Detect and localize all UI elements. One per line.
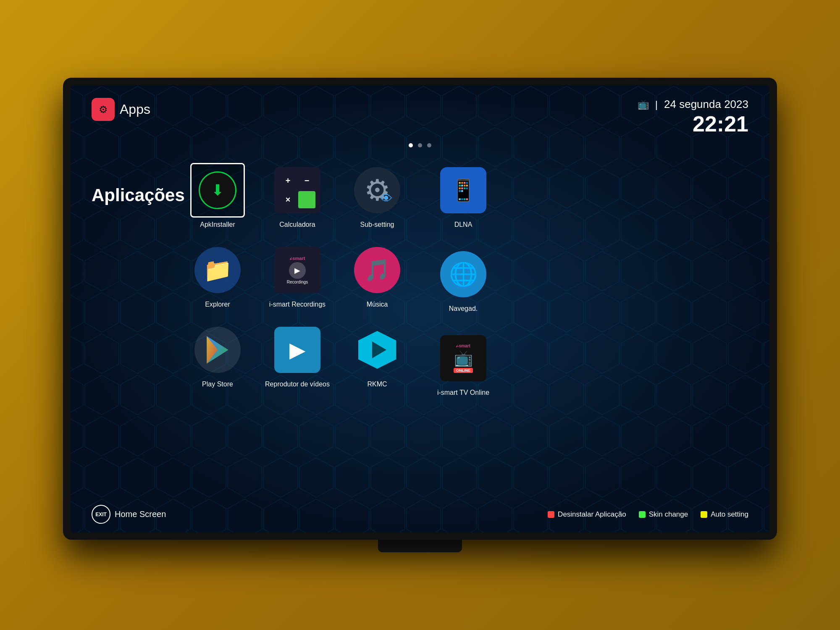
tv-status-icon: 📺 [638, 99, 649, 110]
musica-icon-wrapper: 🎵 [350, 243, 404, 297]
playstore-svg-icon [203, 335, 232, 365]
app-playstore[interactable]: Play Store [184, 320, 251, 391]
playstore-icon [194, 327, 241, 373]
page-dots [92, 143, 748, 147]
navegad-label: Navegad. [449, 305, 478, 312]
tv-content: ⚙ Apps 📺 | 24 segunda 2023 22:21 [71, 85, 769, 532]
apkinstaller-arrow-icon: ⬇ [211, 181, 224, 199]
subsetting-icon-wrapper: ⚙ 👁 [350, 163, 404, 218]
video-reprodutor-icon-wrapper: ▶ [270, 323, 325, 377]
rkmc-icon-wrapper [350, 323, 404, 377]
rkmc-label: RKMC [367, 381, 387, 388]
calc-plus: + [279, 172, 297, 189]
subsetting-icon: ⚙ 👁 [354, 167, 400, 213]
app-explorer[interactable]: 📁 Explorer [184, 240, 251, 311]
home-screen-label: Home Screen [115, 509, 166, 519]
apkinstaller-icon-wrapper: ⬇ [190, 163, 245, 218]
ismart-tv-online-label: i-smart TV Online [437, 389, 489, 396]
explorer-icon-wrapper: 📁 [190, 243, 245, 297]
explorer-icon: 📁 [194, 247, 241, 293]
legend-auto-label: Auto setting [711, 510, 748, 519]
app-subsetting[interactable]: ⚙ 👁 Sub-setting [344, 160, 411, 231]
legend-skin-label: Skin change [649, 510, 688, 519]
rkmc-icon [354, 327, 400, 373]
video-play-icon: ▶ [289, 338, 305, 362]
section-title: Aplicações [92, 160, 167, 399]
apkinstaller-icon: ⬇ [199, 171, 236, 209]
ismart-recordings-icon-wrapper: 𝒾-smart ▶ Recordings [270, 243, 325, 297]
playstore-icon-wrapper [190, 323, 245, 377]
tv-frame: ⚙ Apps 📺 | 24 segunda 2023 22:21 [63, 78, 777, 540]
dlna-label: DLNA [454, 221, 472, 228]
apps-badge: ⚙ Apps [92, 98, 150, 121]
app-musica[interactable]: 🎵 Música [344, 240, 411, 311]
musica-label: Música [367, 301, 388, 308]
dot-1 [409, 143, 413, 147]
legend-auto: Auto setting [701, 510, 748, 519]
apps-label: Apps [120, 102, 150, 117]
dot-3 [427, 143, 431, 147]
tv-screen-icon: 📺 [454, 349, 473, 367]
video-reprodutor-icon: ▶ [274, 327, 320, 373]
legend-desinstalar-label: Desinstalar Aplicação [558, 510, 626, 519]
globe-icon: 🌐 [449, 261, 478, 288]
navegad-icon-wrapper: 🌐 [436, 247, 491, 302]
dlna-screen-icon: 📱 [450, 178, 476, 202]
app-dlna[interactable]: 📱 DLNA [428, 160, 499, 231]
tv-screen: ⚙ Apps 📺 | 24 segunda 2023 22:21 [71, 85, 769, 532]
calculadora-icon: + − × [274, 167, 320, 213]
music-note-icon: 🎵 [364, 258, 390, 282]
musica-icon: 🎵 [354, 247, 400, 293]
app-ismart-recordings[interactable]: 𝒾-smart ▶ Recordings i-smart Recordings [264, 240, 331, 311]
legend-skin: Skin change [639, 510, 688, 519]
ismart-recordings-label: i-smart Recordings [269, 301, 326, 308]
header-top-row: 📺 | 24 segunda 2023 [638, 98, 748, 111]
legend-desinstalar: Desinstalar Aplicação [548, 510, 626, 519]
dlna-icon: 📱 [440, 167, 486, 213]
ismart-tv-online-icon: 𝒾-smart 📺 ONLINE [440, 335, 486, 381]
tv-stand [378, 540, 462, 552]
app-ismart-tv-online[interactable]: 𝒾-smart 📺 ONLINE i-smart TV Online [428, 328, 499, 399]
dot-2 [418, 143, 422, 147]
navegad-icon: 🌐 [440, 251, 486, 297]
app-rkmc[interactable]: RKMC [344, 320, 411, 391]
date-display: 24 segunda 2023 [664, 98, 748, 111]
rkmc-svg-icon [356, 329, 398, 371]
apps-grid: ⬇ ApkInstaller + − × [184, 160, 411, 399]
home-screen-button[interactable]: EXIT Home Screen [92, 505, 166, 524]
video-reprodutor-label: Reprodutor de vídeos [265, 381, 330, 388]
app-navegad[interactable]: 🌐 Navegad. [428, 244, 499, 315]
header-right: 📺 | 24 segunda 2023 22:21 [638, 98, 748, 135]
ismart-rec-play-button: ▶ [289, 262, 306, 279]
app-video-reprodutor[interactable]: ▶ Reprodutor de vídeos [264, 320, 331, 391]
legend-dot-yellow [701, 511, 707, 518]
legend-items: Desinstalar Aplicação Skin change Auto s… [548, 510, 748, 519]
calc-green [298, 191, 315, 208]
calc-minus: − [298, 172, 315, 189]
time-display: 22:21 [638, 113, 748, 135]
exit-label: EXIT [95, 512, 107, 517]
eye-icon: 👁 [380, 192, 393, 206]
calculadora-label: Calculadora [279, 221, 315, 228]
apkinstaller-label: ApkInstaller [200, 221, 235, 228]
exit-badge: EXIT [92, 505, 110, 524]
header: ⚙ Apps 📺 | 24 segunda 2023 22:21 [92, 98, 748, 135]
ismart-tv-online-icon-wrapper: 𝒾-smart 📺 ONLINE [436, 331, 491, 386]
legend-dot-green [639, 511, 646, 518]
apps-icon: ⚙ [92, 98, 115, 121]
bottom-bar: EXIT Home Screen Desinstalar Aplicação S… [92, 505, 748, 524]
main-layout: Aplicações ⬇ ApkInstaller [92, 160, 748, 399]
playstore-label: Play Store [202, 381, 233, 388]
explorer-label: Explorer [205, 301, 230, 308]
folder-icon: 📁 [203, 257, 232, 284]
legend-dot-red [548, 511, 554, 518]
ismart-recordings-icon: 𝒾-smart ▶ Recordings [274, 247, 320, 293]
right-column: 📱 DLNA 🌐 Navegad [428, 160, 499, 399]
calculadora-icon-wrapper: + − × [270, 163, 325, 218]
app-calculadora[interactable]: + − × Calculadora [264, 160, 331, 231]
app-apkinstaller[interactable]: ⬇ ApkInstaller [184, 160, 251, 231]
calc-x: × [279, 191, 297, 208]
dlna-icon-wrapper: 📱 [436, 163, 491, 218]
subsetting-label: Sub-setting [360, 221, 394, 228]
